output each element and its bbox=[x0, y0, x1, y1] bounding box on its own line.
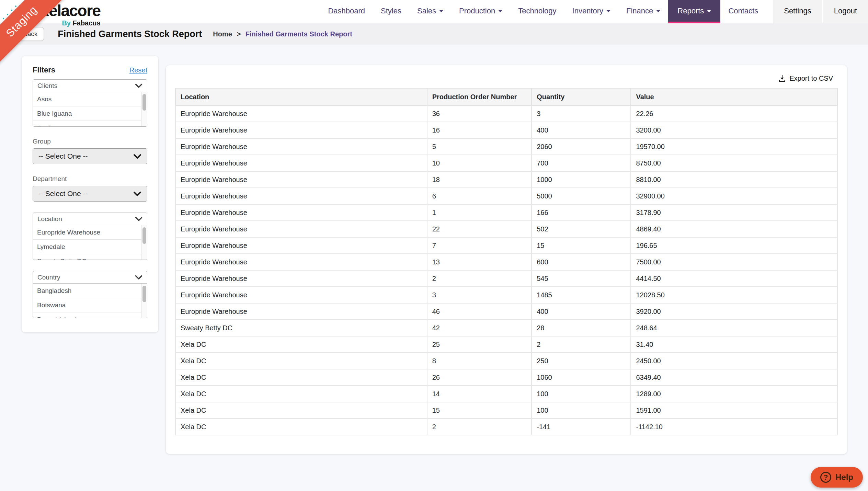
cell-value: 31.40 bbox=[631, 336, 837, 353]
table-header-row: Location Production Order Number Quantit… bbox=[175, 88, 837, 105]
chevron-down-icon bbox=[135, 217, 142, 221]
chevron-down-icon bbox=[133, 154, 141, 159]
nav-menu-item-label: Styles bbox=[381, 7, 401, 15]
caret-down-icon bbox=[707, 10, 711, 14]
nav-menu-item[interactable]: Production bbox=[451, 0, 510, 23]
cell-location: Xela DC bbox=[175, 336, 427, 353]
nav-menu-item[interactable]: Inventory bbox=[564, 0, 619, 23]
department-label: Department bbox=[33, 175, 147, 183]
cell-quantity: 3 bbox=[532, 105, 631, 122]
cell-production-order-number: 16 bbox=[427, 122, 532, 138]
cell-quantity: 100 bbox=[532, 386, 631, 402]
clients-scrollbar-thumb[interactable] bbox=[142, 94, 146, 111]
location-options-list: Europride Warehouse Lymedale Sweaty Bett… bbox=[33, 225, 147, 260]
cell-production-order-number: 46 bbox=[427, 303, 532, 320]
cell-production-order-number: 2 bbox=[427, 419, 532, 435]
group-field: Group -- Select One -- bbox=[33, 138, 147, 164]
clients-option[interactable]: Boohoo bbox=[33, 121, 141, 126]
cell-location: Xela DC bbox=[175, 353, 427, 369]
cell-quantity: 2060 bbox=[532, 138, 631, 155]
location-select[interactable]: Location bbox=[33, 213, 147, 225]
cell-production-order-number: 22 bbox=[427, 221, 532, 237]
nav-menu-item-label: Sales bbox=[417, 7, 436, 15]
country-option[interactable]: Bangladesh bbox=[33, 284, 141, 298]
nav-menu-item-label: Technology bbox=[518, 7, 556, 15]
nav-right-item[interactable]: Logout bbox=[822, 0, 868, 23]
cell-value: 12028.50 bbox=[631, 287, 837, 303]
cell-production-order-number: 25 bbox=[427, 336, 532, 353]
cell-quantity: 600 bbox=[532, 254, 631, 270]
nav-menu-item[interactable]: Reports bbox=[668, 0, 720, 23]
cell-production-order-number: 13 bbox=[427, 254, 532, 270]
nav-menu-item[interactable]: Technology bbox=[510, 0, 564, 23]
nav-menu-item[interactable]: Sales bbox=[409, 0, 451, 23]
table-row: Europride Warehouse 5 2060 19570.00 bbox=[175, 138, 837, 155]
help-button-label: Help bbox=[835, 472, 853, 482]
export-to-csv-link[interactable]: Export to CSV bbox=[778, 74, 833, 82]
country-select[interactable]: Country bbox=[33, 271, 147, 284]
filters-reset-link[interactable]: Reset bbox=[129, 66, 147, 74]
country-option[interactable]: Botswana bbox=[33, 298, 141, 312]
table-row: Europride Warehouse 2 545 4414.50 bbox=[175, 270, 837, 287]
cell-production-order-number: 26 bbox=[427, 369, 532, 386]
breadcrumb-home-link[interactable]: Home bbox=[213, 30, 232, 38]
cell-quantity: 400 bbox=[532, 303, 631, 320]
cell-value: 3200.00 bbox=[631, 122, 837, 138]
clients-option[interactable]: Asos bbox=[33, 92, 141, 106]
nav-menu-item[interactable]: Dashboard bbox=[320, 0, 373, 23]
nav-right-item-label: Settings bbox=[784, 7, 811, 15]
country-scrollbar[interactable] bbox=[141, 284, 147, 318]
caret-down-icon bbox=[498, 10, 502, 14]
table-row: Xela DC 2 -141 -1142.10 bbox=[175, 419, 837, 435]
cell-location: Europride Warehouse bbox=[175, 221, 427, 237]
clients-scrollbar[interactable] bbox=[141, 92, 147, 126]
nav-right-item[interactable]: Settings bbox=[773, 0, 822, 23]
location-scrollbar-thumb[interactable] bbox=[142, 227, 146, 244]
table-row: Europride Warehouse 1 166 3178.90 bbox=[175, 204, 837, 221]
table-row: Europride Warehouse 3 1485 12028.50 bbox=[175, 287, 837, 303]
cell-location: Europride Warehouse bbox=[175, 122, 427, 138]
table-row: Europride Warehouse 46 400 3920.00 bbox=[175, 303, 837, 320]
table-header-cell: Value bbox=[631, 88, 837, 105]
stock-report-table-header: Location Production Order Number Quantit… bbox=[175, 88, 837, 105]
cell-value: 8750.00 bbox=[631, 155, 837, 171]
cell-quantity: 1060 bbox=[532, 369, 631, 386]
cell-quantity: 1485 bbox=[532, 287, 631, 303]
cell-location: Europride Warehouse bbox=[175, 138, 427, 155]
help-button[interactable]: ? Help bbox=[811, 467, 863, 488]
clients-select[interactable]: Clients bbox=[33, 80, 147, 92]
cell-location: Europride Warehouse bbox=[175, 188, 427, 204]
caret-down-icon bbox=[606, 10, 610, 14]
location-option[interactable]: Lymedale bbox=[33, 240, 141, 254]
country-scrollbar-thumb[interactable] bbox=[142, 286, 146, 302]
cell-location: Europride Warehouse bbox=[175, 155, 427, 171]
clients-option[interactable]: Blue Iguana bbox=[33, 106, 141, 121]
group-select[interactable]: -- Select One -- bbox=[33, 148, 147, 164]
nav-menu-item[interactable]: Styles bbox=[373, 0, 409, 23]
cell-quantity: 166 bbox=[532, 204, 631, 221]
cell-production-order-number: 15 bbox=[427, 402, 532, 419]
cell-production-order-number: 2 bbox=[427, 270, 532, 287]
question-mark-icon: ? bbox=[820, 472, 831, 483]
cell-location: Xela DC bbox=[175, 369, 427, 386]
department-field: Department -- Select One -- bbox=[33, 175, 147, 202]
department-select[interactable]: -- Select One -- bbox=[33, 186, 147, 202]
download-icon bbox=[778, 74, 786, 82]
table-row: Europride Warehouse 16 400 3200.00 bbox=[175, 122, 837, 138]
location-select-label: Location bbox=[37, 215, 62, 223]
location-option[interactable]: Sweaty Betty DC bbox=[33, 254, 141, 260]
nav-menu-item[interactable]: Finance bbox=[618, 0, 668, 23]
table-row: Europride Warehouse 36 3 22.26 bbox=[175, 105, 837, 122]
cell-location: Europride Warehouse bbox=[175, 270, 427, 287]
cell-quantity: -141 bbox=[532, 419, 631, 435]
table-row: Xela DC 25 2 31.40 bbox=[175, 336, 837, 353]
cell-production-order-number: 14 bbox=[427, 386, 532, 402]
cell-value: 8810.00 bbox=[631, 171, 837, 188]
nav-menu-item[interactable]: Contacts bbox=[720, 0, 766, 23]
cell-location: Europride Warehouse bbox=[175, 254, 427, 270]
location-scrollbar[interactable] bbox=[141, 225, 147, 260]
location-option[interactable]: Europride Warehouse bbox=[33, 225, 141, 240]
filters-title: Filters bbox=[33, 66, 55, 75]
country-option[interactable]: Bouvet Island bbox=[33, 312, 141, 318]
cell-value: 7500.00 bbox=[631, 254, 837, 270]
